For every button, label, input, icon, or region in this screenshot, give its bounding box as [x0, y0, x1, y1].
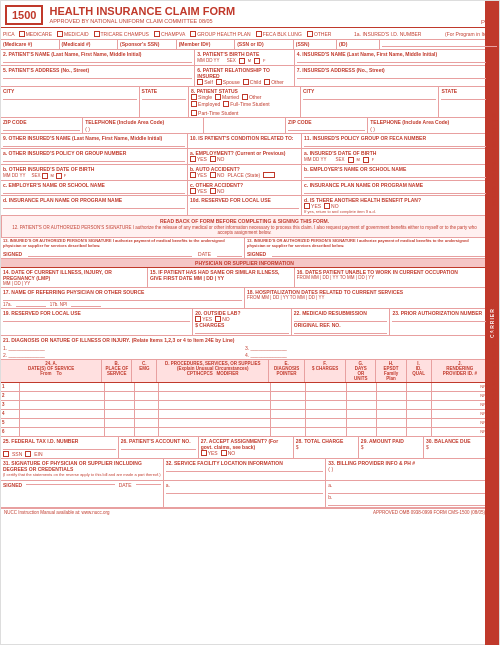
insured-id-input-cell[interactable]	[380, 40, 499, 49]
other-policy-input[interactable]	[3, 157, 185, 162]
medicare-checkbox[interactable]	[19, 31, 25, 37]
balance-due-val[interactable]: $	[426, 444, 486, 450]
sr4-emg[interactable]	[135, 410, 160, 418]
sr4-diag[interactable]	[271, 410, 307, 418]
date-line[interactable]	[217, 251, 242, 257]
sr2-charges[interactable]	[306, 392, 347, 400]
insured-policy-input[interactable]	[304, 142, 486, 147]
married-cb[interactable]	[215, 94, 221, 100]
sr5-epsdt[interactable]	[377, 419, 407, 427]
insured-address-input[interactable]	[297, 74, 486, 79]
sr4-days[interactable]	[347, 410, 377, 418]
patient-sig-line[interactable]	[28, 251, 192, 257]
fulltime-cb[interactable]	[223, 101, 229, 107]
sr2-rendering[interactable]: NPI	[432, 392, 488, 400]
sr6-id[interactable]	[407, 428, 432, 436]
sr5-days[interactable]	[347, 419, 377, 427]
assign-yes-cb[interactable]	[201, 450, 207, 456]
other-status-cb[interactable]	[242, 94, 248, 100]
sr2-days[interactable]	[347, 392, 377, 400]
amount-paid-val[interactable]: $	[361, 444, 421, 450]
patient-name-input[interactable]	[3, 58, 192, 63]
insured-sex-f-cb[interactable]	[363, 157, 369, 163]
total-charge-val[interactable]: $	[296, 444, 356, 450]
sr5-charges[interactable]	[306, 419, 347, 427]
patient-city-input[interactable]	[3, 95, 137, 100]
feca-checkbox[interactable]	[256, 31, 262, 37]
insured-zip-input[interactable]	[288, 126, 365, 131]
bottom-date-line[interactable]	[136, 484, 161, 485]
ssn-cb[interactable]	[3, 451, 9, 457]
sr6-dates[interactable]	[20, 428, 104, 436]
sex-f-checkbox[interactable]	[254, 58, 260, 64]
insured-id-input[interactable]	[382, 42, 497, 47]
sr4-rendering[interactable]: NPI	[432, 410, 488, 418]
sr2-procedures[interactable]	[159, 392, 270, 400]
sr1-dates[interactable]	[20, 383, 104, 391]
assign-no-cb[interactable]	[221, 450, 227, 456]
sr6-epsdt[interactable]	[377, 428, 407, 436]
sr6-emg[interactable]	[135, 428, 160, 436]
billing-provider-phone[interactable]: ( )	[328, 466, 486, 472]
bottom-b-input[interactable]	[328, 501, 486, 506]
champva-checkbox[interactable]	[154, 31, 160, 37]
sr4-place[interactable]	[105, 410, 135, 418]
parttime-cb[interactable]	[191, 110, 197, 116]
sr3-dates[interactable]	[20, 401, 104, 409]
sr5-procedures[interactable]	[159, 419, 270, 427]
sr4-procedures[interactable]	[159, 410, 270, 418]
sr1-emg[interactable]	[135, 383, 160, 391]
sr3-id[interactable]	[407, 401, 432, 409]
insured-city-input[interactable]	[303, 95, 437, 100]
other-insured-input[interactable]	[3, 142, 185, 147]
sr2-epsdt[interactable]	[377, 392, 407, 400]
sr6-diag[interactable]	[271, 428, 307, 436]
npi-17b-input[interactable]	[71, 302, 101, 307]
sr1-charges[interactable]	[306, 383, 347, 391]
other-sex-m-cb[interactable]	[42, 173, 48, 179]
employed-cb[interactable]	[191, 101, 197, 107]
sr3-days[interactable]	[347, 401, 377, 409]
npi-17a-input[interactable]	[16, 302, 46, 307]
sr5-id[interactable]	[407, 419, 432, 427]
emp-yes-cb[interactable]	[190, 156, 196, 162]
patient-zip-input[interactable]	[3, 126, 80, 131]
diag-1[interactable]: 1. _____________	[3, 345, 244, 351]
orig-ref-input[interactable]	[294, 329, 388, 334]
ins-plan-input[interactable]	[304, 189, 486, 194]
single-cb[interactable]	[191, 94, 197, 100]
oth-acc-no-cb[interactable]	[210, 188, 216, 194]
insured-name-input[interactable]	[297, 58, 486, 63]
sr1-days[interactable]	[347, 383, 377, 391]
lab-yes-cb[interactable]	[195, 316, 201, 322]
sex-m-checkbox[interactable]	[239, 58, 245, 64]
other-rel-cb[interactable]	[264, 79, 270, 85]
sr3-emg[interactable]	[135, 401, 160, 409]
sr4-dates[interactable]	[20, 410, 104, 418]
service-facility-input[interactable]	[166, 467, 324, 472]
sr2-place[interactable]	[105, 392, 135, 400]
sr5-diag[interactable]	[271, 419, 307, 427]
place-state-box[interactable]	[263, 172, 275, 178]
insured-state-input[interactable]	[441, 95, 486, 100]
tricare-checkbox[interactable]	[94, 31, 100, 37]
sr6-rendering[interactable]: NPI	[432, 428, 488, 436]
sr3-rendering[interactable]: NPI	[432, 401, 488, 409]
insured-sig-line[interactable]	[272, 251, 486, 257]
charges-input[interactable]	[195, 329, 289, 334]
sr5-dates[interactable]	[20, 419, 104, 427]
sr1-rendering[interactable]: NPI	[432, 383, 488, 391]
sr4-charges[interactable]	[306, 410, 347, 418]
ins-plan-name2-input[interactable]	[3, 204, 185, 209]
group-checkbox[interactable]	[190, 31, 196, 37]
sr1-epsdt[interactable]	[377, 383, 407, 391]
sr2-diag[interactable]	[271, 392, 307, 400]
child-cb[interactable]	[243, 79, 249, 85]
sr6-charges[interactable]	[306, 428, 347, 436]
sr6-days[interactable]	[347, 428, 377, 436]
reserved-local-input[interactable]	[190, 204, 299, 209]
sr5-emg[interactable]	[135, 419, 160, 427]
other-employer-input[interactable]	[3, 189, 185, 194]
employer-name-input[interactable]	[304, 173, 486, 178]
sr2-dates[interactable]	[20, 392, 104, 400]
